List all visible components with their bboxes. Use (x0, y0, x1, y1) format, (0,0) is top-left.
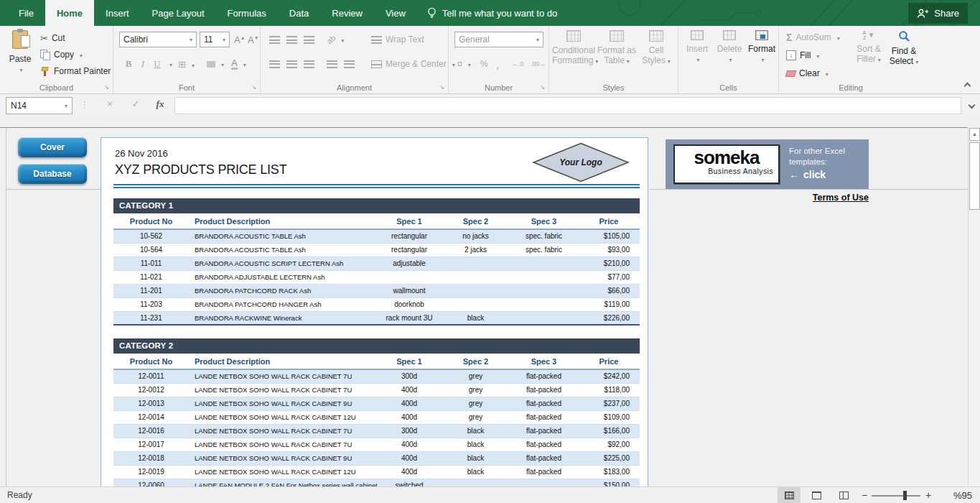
autosum-button[interactable]: Σ AutoSum (783, 29, 843, 45)
your-logo-placeholder[interactable]: Your Logo (532, 142, 630, 183)
cell[interactable]: 11-011 (113, 257, 189, 270)
cell[interactable]: 12-0013 (113, 397, 189, 410)
cell[interactable]: 11-201 (113, 285, 189, 297)
cell[interactable]: grey (442, 397, 510, 410)
cell[interactable]: spec. fabric (510, 230, 578, 243)
cell[interactable]: BRANDORA ACOUSTIC TABLE Ash (189, 244, 377, 257)
cell[interactable]: LANDE NETBOX SOHO WALL RACK CABINET 12U (189, 466, 377, 479)
cell[interactable]: rectangular (377, 244, 442, 257)
cell[interactable]: flat-packed (510, 397, 578, 410)
conditional-formatting-button[interactable]: Conditional Formatting (552, 30, 595, 67)
cell[interactable]: rectangular (377, 230, 442, 243)
tab-home[interactable]: Home (45, 0, 94, 26)
expand-formula-bar-chevron[interactable] (969, 102, 976, 109)
page-title[interactable]: XYZ PRODUCTS PRICE LIST (115, 162, 286, 177)
cell[interactable]: 12-0016 (113, 425, 189, 438)
cell[interactable] (442, 271, 510, 284)
table-row[interactable]: 12-0019LANDE NETBOX SOHO WALL RACK CABIN… (113, 466, 640, 479)
orientation-button[interactable]: ab (324, 32, 347, 47)
cell[interactable]: $166,00 (578, 425, 640, 438)
align-center-button[interactable] (284, 56, 300, 72)
cell[interactable]: wallmount (377, 285, 442, 297)
font-dialog-launcher[interactable] (250, 83, 258, 91)
cell[interactable]: LANDE NETBOX SOHO WALL RACK CABINET 7U (189, 438, 377, 451)
cell[interactable] (510, 285, 578, 297)
cell[interactable]: 11-203 (113, 298, 189, 311)
paste-button[interactable]: Paste (4, 30, 36, 82)
accounting-format-button[interactable]: ¤ (454, 56, 474, 72)
cell[interactable] (510, 298, 578, 311)
table-row[interactable]: 10-564BRANDORA ACOUSTIC TABLE Ashrectang… (113, 244, 640, 257)
cut-button[interactable]: ✂Cut (37, 30, 68, 46)
table-row[interactable]: 11-203BRANDORA PATCHCORD HANGER Ashdoork… (113, 298, 640, 312)
cell[interactable]: BRANDORA ACOUSTIC TABLE Ash (189, 230, 377, 243)
zoom-out-button[interactable]: − (862, 489, 867, 501)
cell[interactable]: flat-packed (510, 438, 578, 451)
someka-logo[interactable]: someka Business Analysis (673, 144, 780, 184)
cell[interactable]: LANDE NETBOX SOHO WALL RACK CABINET 7U (189, 425, 377, 438)
align-left-button[interactable] (266, 56, 283, 72)
table-row[interactable]: 10-562BRANDORA ACOUSTIC TABLE Ashrectang… (113, 230, 640, 244)
cancel-button[interactable]: × (101, 98, 119, 109)
decrease-indent-button[interactable] (324, 56, 340, 72)
page-break-view-button[interactable] (832, 487, 855, 503)
cell-styles-button[interactable]: Cell Styles (638, 30, 674, 67)
increase-decimal-button[interactable]: ←.0 (509, 56, 527, 72)
cell[interactable]: 12-0011 (113, 370, 189, 383)
cell[interactable]: 12-0019 (113, 466, 189, 479)
cell[interactable]: LANDE NETBOX SOHO WALL RACK CABINET 12U (189, 411, 377, 424)
delete-cells-button[interactable]: Delete (714, 30, 745, 65)
date-label[interactable]: 26 Nov 2016 (115, 148, 168, 159)
cell[interactable]: $93,00 (578, 244, 640, 257)
borders-button[interactable]: ⊞ (175, 56, 197, 72)
vertical-scrollbar[interactable]: ▲ (968, 127, 980, 486)
cell[interactable]: 300d (377, 370, 442, 383)
cell[interactable]: BRANDORA ACOUSTIC SCRIPT LECTERN Ash (189, 257, 377, 270)
cell[interactable]: $226,00 (578, 312, 640, 324)
cell[interactable]: 400d (377, 397, 442, 410)
align-top-button[interactable] (266, 32, 283, 47)
tab-data[interactable]: Data (278, 0, 320, 26)
table-row[interactable]: 12-0011LANDE NETBOX SOHO WALL RACK CABIN… (113, 370, 640, 384)
tab-page-layout[interactable]: Page Layout (141, 0, 216, 26)
normal-view-button[interactable] (778, 487, 801, 503)
cell[interactable]: $118,00 (578, 384, 640, 397)
scroll-up-arrow[interactable]: ▲ (969, 128, 980, 141)
cell[interactable]: flat-packed (510, 466, 578, 479)
someka-promo-banner[interactable]: someka Business Analysis For other Excel… (666, 139, 869, 189)
page-layout-view-button[interactable] (805, 487, 828, 503)
cell[interactable]: flat-packed (510, 425, 578, 438)
cell[interactable]: black (442, 438, 510, 451)
table-row[interactable]: 12-0017LANDE NETBOX SOHO WALL RACK CABIN… (113, 438, 640, 452)
cell[interactable]: BRANDORA ADJUSTABLE LECTERN Ash (189, 271, 377, 284)
cell[interactable]: 12-0018 (113, 452, 189, 465)
comma-style-button[interactable]: , (493, 56, 502, 72)
cell[interactable]: adjustable (377, 257, 442, 270)
table-row[interactable]: 12-0014LANDE NETBOX SOHO WALL RACK CABIN… (113, 411, 640, 425)
cell[interactable]: 2 jacks (442, 244, 510, 257)
zoom-slider-track[interactable] (872, 495, 920, 497)
collapse-ribbon-chevron[interactable] (964, 83, 971, 90)
cell[interactable] (442, 479, 510, 486)
alignment-dialog-launcher[interactable] (438, 83, 446, 91)
cell[interactable] (510, 479, 578, 486)
cell[interactable]: black (442, 312, 510, 324)
cell[interactable]: LANDE NETBOX SOHO WALL RACK CABINET 9U (189, 397, 377, 410)
decrease-decimal-button[interactable]: .00→ (528, 56, 549, 72)
formula-bar-splitter[interactable]: ⋮ (80, 100, 89, 110)
align-bottom-button[interactable] (301, 32, 317, 47)
cell[interactable]: $210,00 (578, 257, 640, 270)
cell[interactable] (510, 312, 578, 324)
cover-nav-button[interactable]: Cover (18, 137, 87, 157)
number-format-combo[interactable]: General (454, 32, 543, 47)
cell[interactable]: 400d (377, 411, 442, 424)
cell[interactable]: grey (442, 384, 510, 397)
cell[interactable]: $109,00 (578, 411, 640, 424)
cell[interactable]: 12-0012 (113, 384, 189, 397)
terms-of-use-link[interactable]: Terms of Use (666, 193, 869, 203)
cell[interactable]: spec. fabric (510, 244, 578, 257)
table-row[interactable]: 12-0060LANDE FAN MODULE 2 FAN For Netbox… (113, 479, 640, 486)
name-box[interactable]: N14 (6, 97, 73, 114)
cell[interactable]: $225,00 (578, 452, 640, 465)
cell[interactable]: flat-packed (510, 411, 578, 424)
